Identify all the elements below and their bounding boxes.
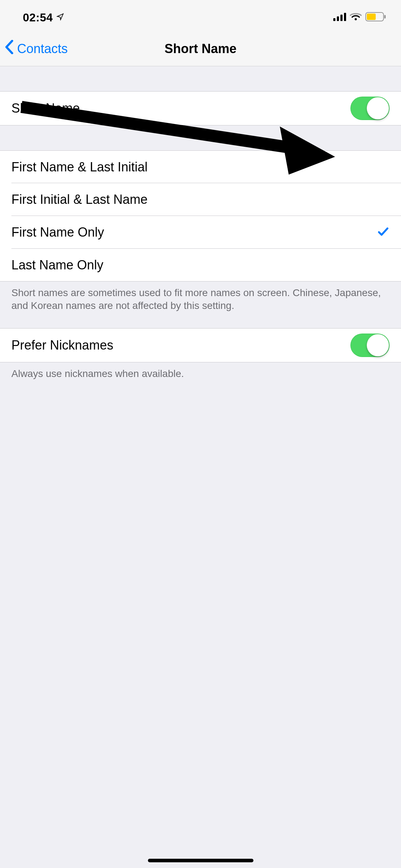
home-indicator [148, 859, 253, 862]
switch-knob [367, 334, 389, 356]
short-name-toggle-cell: Short Name [0, 91, 401, 125]
status-right [333, 12, 386, 23]
option-label: First Name Only [11, 225, 104, 240]
battery-icon [365, 12, 386, 23]
option-last-name-only[interactable]: Last Name Only [0, 249, 401, 281]
switch-knob [367, 97, 389, 119]
location-icon [56, 13, 64, 22]
chevron-left-icon [4, 40, 14, 57]
status-left: 02:54 [23, 11, 64, 24]
checkmark-icon [377, 225, 390, 239]
status-bar: 02:54 [0, 0, 401, 31]
page-title: Short Name [164, 41, 236, 56]
prefer-nicknames-footer: Always use nicknames when available. [0, 362, 401, 385]
svg-rect-7 [384, 15, 386, 19]
option-first-name-last-initial[interactable]: First Name & Last Initial [0, 150, 401, 183]
wifi-icon [350, 12, 362, 22]
back-button[interactable]: Contacts [4, 31, 68, 66]
svg-point-4 [355, 18, 357, 20]
options-footer: Short names are sometimes used to fit mo… [0, 281, 401, 317]
back-label: Contacts [17, 41, 68, 56]
svg-rect-1 [337, 16, 339, 21]
cellular-signal-icon [333, 12, 346, 22]
option-first-name-only[interactable]: First Name Only [0, 216, 401, 249]
svg-rect-3 [344, 13, 346, 21]
group-separator [0, 317, 401, 328]
group-separator [0, 66, 401, 91]
short-name-label: Short Name [11, 101, 80, 116]
option-label: First Name & Last Initial [11, 160, 148, 175]
status-time: 02:54 [23, 11, 53, 24]
option-first-initial-last-name[interactable]: First Initial & Last Name [0, 183, 401, 216]
prefer-nicknames-cell: Prefer Nicknames [0, 328, 401, 362]
group-separator [0, 125, 401, 150]
option-label: First Initial & Last Name [11, 192, 148, 207]
svg-rect-6 [367, 14, 376, 20]
short-name-switch[interactable] [350, 97, 390, 120]
prefer-nicknames-switch[interactable] [350, 334, 390, 357]
prefer-nicknames-label: Prefer Nicknames [11, 338, 113, 353]
nav-bar: Contacts Short Name [0, 31, 401, 66]
svg-rect-0 [333, 18, 335, 21]
svg-rect-2 [340, 15, 343, 21]
option-label: Last Name Only [11, 258, 103, 273]
